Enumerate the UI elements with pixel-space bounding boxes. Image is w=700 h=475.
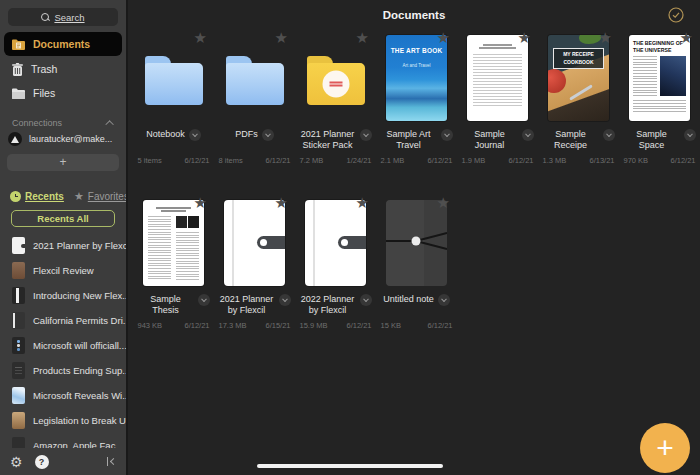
recents-favorites-tabs: Recents ★ Favorites xyxy=(10,191,118,202)
document-tile-space[interactable]: ★ THE BEGINNING OF THE UNIVERSE Sample S… xyxy=(619,30,700,165)
document-thumbnail xyxy=(12,337,25,354)
favorite-star-icon[interactable]: ★ xyxy=(194,195,207,210)
cover-title: MY RECEIPE COOKBOOK xyxy=(553,48,604,69)
help-icon[interactable]: ? xyxy=(35,455,49,469)
recent-item[interactable]: Legislation to Break U... xyxy=(0,408,126,433)
document-cover: THE BEGINNING OF THE UNIVERSE xyxy=(629,35,690,121)
recent-item[interactable]: Microsoft Reveals Wi... xyxy=(0,383,126,408)
main-content: Documents ★ Notebook 5 items6/12/21 ★ PD… xyxy=(128,0,700,475)
favorite-star-icon[interactable]: ★ xyxy=(437,30,450,45)
sidebar-item-label: Documents xyxy=(33,38,90,50)
document-tile-thesis[interactable]: ★ Sample Thesis 943 KB6/12/21 xyxy=(133,195,214,330)
search-input[interactable]: Search xyxy=(8,8,118,26)
tile-meta: 943 KB6/12/21 xyxy=(138,321,210,330)
favorite-star-icon[interactable]: ★ xyxy=(599,30,612,45)
clock-icon xyxy=(10,191,21,202)
folder-tile-sticker-pack[interactable]: ★ 2021 Planner Sticker Pack 7.2 MB1/24/2… xyxy=(295,30,376,165)
files-folder-icon xyxy=(12,88,25,99)
chevron-down-icon[interactable] xyxy=(360,294,372,306)
connections-label: Connections xyxy=(12,118,62,128)
folder-tile-notebook[interactable]: ★ Notebook 5 items6/12/21 xyxy=(133,30,214,165)
chevron-down-icon[interactable] xyxy=(438,294,450,306)
tile-label: Sample Space xyxy=(624,129,680,152)
add-document-fab[interactable]: + xyxy=(640,423,690,473)
document-grid-row1: ★ Notebook 5 items6/12/21 ★ PDFs 8 items… xyxy=(128,30,700,165)
sidebar-item-trash[interactable]: Trash xyxy=(4,58,122,80)
collapse-sidebar-icon[interactable] xyxy=(107,457,117,466)
document-cover xyxy=(224,200,285,286)
search-icon xyxy=(41,13,50,22)
sidebar-item-label: Trash xyxy=(31,63,57,75)
home-indicator[interactable] xyxy=(257,464,443,469)
favorite-star-icon[interactable]: ★ xyxy=(275,30,288,45)
recent-item-label: Legislation to Break U... xyxy=(33,415,126,426)
document-tile-art-travel[interactable]: ★ THE ART BOOK Art and Travel Sample Art… xyxy=(376,30,457,165)
favorite-star-icon[interactable]: ★ xyxy=(275,195,288,210)
recent-item-label: Microsoft will officiall... xyxy=(33,340,126,351)
document-thumbnail xyxy=(12,412,25,429)
chevron-down-icon[interactable] xyxy=(603,129,615,141)
recent-item[interactable]: 2021 Planner by Flexcil xyxy=(0,233,126,258)
select-mode-icon[interactable] xyxy=(668,7,684,27)
favorite-star-icon[interactable]: ★ xyxy=(356,30,369,45)
folder-thumbnail xyxy=(145,63,203,105)
favorite-star-icon[interactable]: ★ xyxy=(437,195,450,210)
chevron-down-icon[interactable] xyxy=(198,294,210,306)
document-cover: MY RECEIPE COOKBOOK xyxy=(548,35,609,121)
sidebar-footer: ⚙ ? xyxy=(0,448,126,475)
tile-label: 2022 Planner by Flexcil xyxy=(300,294,356,317)
document-tile-2021-planner[interactable]: ★ 2021 Planner by Flexcil 17.3 MB6/15/21 xyxy=(214,195,295,330)
sidebar-item-documents[interactable]: Documents xyxy=(4,32,122,56)
favorite-star-icon[interactable]: ★ xyxy=(356,195,369,210)
favorite-star-icon[interactable]: ★ xyxy=(518,30,531,45)
chevron-down-icon[interactable] xyxy=(360,129,372,141)
tile-meta: 2.1 MB6/12/21 xyxy=(381,156,453,165)
recent-item-label: Microsoft Reveals Wi... xyxy=(33,390,126,401)
favorite-star-icon[interactable]: ★ xyxy=(680,30,693,45)
tile-meta: 8 items6/12/21 xyxy=(219,156,291,165)
recent-item[interactable]: Flexcil Review xyxy=(0,258,126,283)
cover-subtitle: Art and Travel xyxy=(386,63,447,68)
chevron-down-icon[interactable] xyxy=(684,129,696,141)
cover-title: THE BEGINNING OF THE UNIVERSE xyxy=(633,40,686,53)
recent-item[interactable]: Microsoft will officiall... xyxy=(0,333,126,358)
recent-item-label: Introducing New Flex... xyxy=(33,290,126,301)
folder-tile-pdfs[interactable]: ★ PDFs 8 items6/12/21 xyxy=(214,30,295,165)
chevron-down-icon[interactable] xyxy=(189,129,201,141)
tab-recents-label: Recents xyxy=(25,191,64,202)
favorite-star-icon[interactable]: ★ xyxy=(194,30,207,45)
chevron-down-icon[interactable] xyxy=(262,129,274,141)
tile-label: Sample Receipe xyxy=(543,129,599,152)
settings-gear-icon[interactable]: ⚙ xyxy=(10,455,23,469)
chevron-down-icon[interactable] xyxy=(279,294,291,306)
connection-account[interactable]: lauratucker@make... xyxy=(8,132,118,146)
document-cover: THE ART BOOK Art and Travel xyxy=(386,35,447,121)
add-connection-button[interactable]: + xyxy=(7,154,119,171)
tile-meta: 17.3 MB6/15/21 xyxy=(219,321,291,330)
document-thumbnail xyxy=(12,362,25,379)
chevron-down-icon[interactable] xyxy=(522,129,534,141)
document-grid-row2: ★ Sample Thesis 943 KB6/12/21 ★ 2021 Pla… xyxy=(128,195,700,330)
recent-item[interactable]: Introducing New Flex... xyxy=(0,283,126,308)
tab-favorites-label: Favorites xyxy=(88,191,128,202)
document-thumbnail xyxy=(12,287,25,304)
recents-all-button[interactable]: Recents All xyxy=(11,210,115,227)
account-label: lauratucker@make... xyxy=(29,134,112,144)
tile-meta: 970 KB6/12/21 xyxy=(624,156,696,165)
chevron-down-icon[interactable] xyxy=(441,129,453,141)
folder-thumbnail xyxy=(226,63,284,105)
space-photo xyxy=(660,56,686,96)
recent-item[interactable]: Products Ending Sup... xyxy=(0,358,126,383)
tile-label: 2021 Planner by Flexcil xyxy=(219,294,275,317)
tab-favorites[interactable]: ★ Favorites xyxy=(74,191,128,202)
document-tile-receipe[interactable]: ★ MY RECEIPE COOKBOOK Sample Receipe 1.3… xyxy=(538,30,619,165)
document-tile-untitled-note[interactable]: ★ Untitled note 15 KB6/12/21 xyxy=(376,195,457,330)
recent-item-label: Flexcil Review xyxy=(33,265,94,276)
tab-recents[interactable]: Recents xyxy=(10,191,64,202)
sidebar-item-files[interactable]: Files xyxy=(4,82,122,104)
document-tile-journal[interactable]: ★ Sample Journal 1.9 MB6/12/21 xyxy=(457,30,538,165)
google-drive-icon xyxy=(8,132,22,146)
connections-header[interactable]: Connections xyxy=(12,118,114,128)
recent-item[interactable]: California Permits Dri... xyxy=(0,308,126,333)
document-tile-2022-planner[interactable]: ★ 2022 Planner by Flexcil 15.9 MB6/12/21 xyxy=(295,195,376,330)
